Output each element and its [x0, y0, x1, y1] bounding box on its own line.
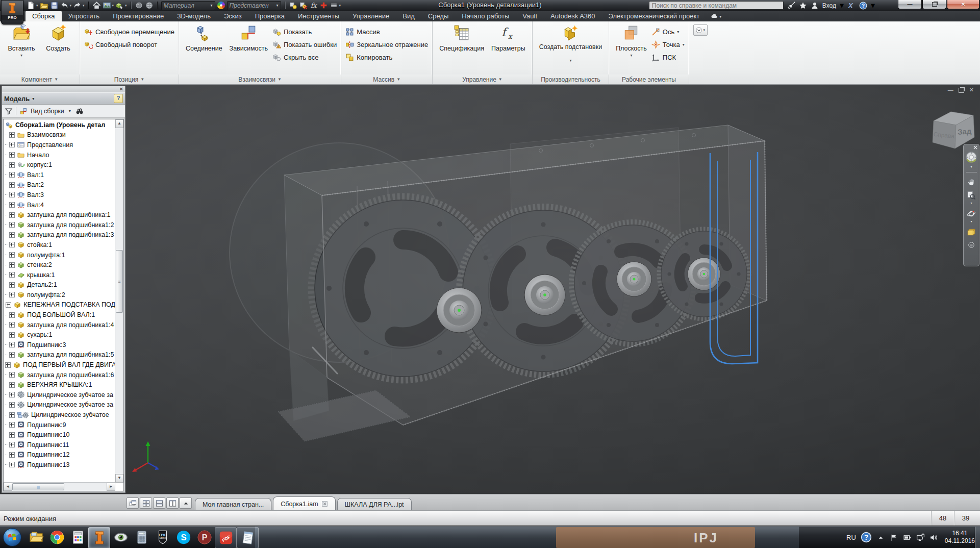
taskbar-chrome-button[interactable]: [46, 527, 67, 547]
expand-icon[interactable]: [9, 252, 15, 258]
expand-icon[interactable]: [9, 452, 15, 458]
document-tab-0[interactable]: Моя главная стран...: [195, 498, 271, 511]
tree-item-3[interactable]: Начало: [4, 150, 115, 160]
filter-icon[interactable]: [5, 107, 13, 115]
new-file-icon[interactable]: [27, 1, 35, 10]
scroll-right-icon[interactable]: ►: [107, 483, 115, 491]
restore-button[interactable]: [922, 0, 946, 9]
minimize-button[interactable]: —: [898, 0, 922, 9]
taskbar-notepad-button[interactable]: [237, 527, 259, 548]
tab-manage[interactable]: Управление: [346, 11, 396, 21]
panel-label-component[interactable]: Компонент▼: [0, 74, 80, 84]
axis-caret-icon[interactable]: ▾: [677, 30, 679, 34]
taskbar-clock[interactable]: 16:41 04.11.2016: [945, 530, 975, 545]
tree-item-7[interactable]: Вал:3: [4, 190, 115, 200]
orbit-icon[interactable]: [967, 209, 976, 218]
tab-design[interactable]: Проектирование: [106, 11, 170, 21]
pan-icon[interactable]: [967, 177, 976, 186]
tree-item-31[interactable]: Подшипник:10: [4, 430, 115, 440]
action-flag-icon[interactable]: [890, 533, 898, 542]
home-icon[interactable]: [92, 1, 101, 10]
expand-icon[interactable]: [9, 402, 15, 408]
point-caret-icon[interactable]: ▾: [683, 42, 685, 47]
doc-close-button[interactable]: ✕: [969, 87, 974, 93]
tab-a360[interactable]: Autodesk A360: [544, 11, 601, 21]
taskbar-p-app-button[interactable]: P: [194, 527, 215, 547]
tree-item-8[interactable]: Вал:4: [4, 200, 115, 210]
expand-icon[interactable]: [9, 242, 15, 247]
language-indicator[interactable]: RU: [846, 534, 856, 541]
render-image-caret-icon[interactable]: ▾: [112, 4, 114, 8]
star-icon[interactable]: [799, 2, 807, 10]
expand-icon[interactable]: [9, 462, 15, 467]
hide-all-button[interactable]: Скрыть все: [272, 53, 337, 62]
panel-caret-icon[interactable]: ▼: [396, 77, 400, 82]
horizontal-scroll-thumb[interactable]: [12, 483, 64, 490]
tree-item-26[interactable]: ВЕРХНЯЯ КРЫШКА:1: [4, 380, 115, 390]
undo-caret-icon[interactable]: ▾: [70, 4, 72, 8]
network-display-icon[interactable]: [916, 533, 925, 542]
help-caret-icon[interactable]: ▾: [871, 1, 875, 10]
tree-item-9[interactable]: заглушка для подшибника:1: [4, 210, 115, 220]
view-selector-caret-icon[interactable]: ▾: [69, 109, 71, 113]
tray-help-icon[interactable]: ?: [861, 532, 872, 543]
taskbar-eye-viewer-button[interactable]: [110, 527, 131, 547]
tile-grid-button[interactable]: [140, 497, 152, 509]
tree-item-0[interactable]: Сборка1.iam (Уровень детал: [4, 120, 115, 130]
representation-combo[interactable]: Представлен▾: [227, 1, 281, 10]
tree-item-17[interactable]: полумуфта:2: [4, 290, 115, 300]
shrinkwrap-caret-icon[interactable]: ▾: [569, 58, 571, 63]
expand-icon[interactable]: [9, 292, 15, 297]
tree-item-27[interactable]: Цилиндрическое зубчатое за: [4, 390, 115, 400]
browser-help-button[interactable]: ?: [114, 94, 123, 103]
browser-title-caret-icon[interactable]: ▾: [32, 96, 114, 101]
tree-item-10[interactable]: заглушка для подшибника1:2: [4, 220, 115, 230]
look-at-icon[interactable]: [967, 228, 976, 237]
tab-environments[interactable]: Среды: [421, 11, 456, 21]
collapse-bars-icon[interactable]: [330, 1, 338, 10]
signin-caret-icon[interactable]: ▾: [840, 1, 844, 10]
redo-icon[interactable]: [73, 1, 82, 10]
scroll-up-icon[interactable]: ▲: [115, 119, 123, 128]
combo-caret-icon[interactable]: ▾: [211, 3, 213, 8]
tree-item-29[interactable]: Цилиндрическое зубчатое: [4, 410, 115, 420]
volume-icon[interactable]: [929, 533, 938, 542]
sign-in-button[interactable]: Вход: [822, 2, 836, 9]
expand-icon[interactable]: [9, 262, 15, 268]
expand-icon[interactable]: [9, 392, 15, 397]
appearance-fill-icon[interactable]: [115, 1, 124, 10]
battery-icon[interactable]: [903, 533, 912, 542]
ribbon-collapse-button[interactable]: ▾: [693, 24, 708, 36]
expand-icon[interactable]: [9, 202, 15, 208]
expand-icon[interactable]: [9, 312, 15, 318]
panel-caret-icon[interactable]: ▼: [498, 77, 502, 82]
expand-icon[interactable]: [9, 152, 15, 158]
parameters-fx-icon[interactable]: fx: [309, 1, 318, 10]
vertical-scroll-thumb[interactable]: [116, 250, 123, 313]
help-icon[interactable]: ?: [859, 2, 867, 10]
exchange-x-icon[interactable]: X: [847, 2, 856, 10]
ribbon-overflow-button[interactable]: ▾: [706, 13, 725, 21]
tab-assemble[interactable]: Сборка: [26, 11, 62, 21]
expand-icon[interactable]: [9, 282, 15, 288]
taskbar-doc-manager-button[interactable]: [67, 527, 88, 547]
expand-icon[interactable]: [9, 172, 15, 178]
tree-item-32[interactable]: Подшипник:11: [4, 440, 115, 450]
tree-item-23[interactable]: заглушка для подшибника1:5: [4, 350, 115, 360]
tree-item-30[interactable]: Подшипник:9: [4, 420, 115, 430]
mirror-button[interactable]: Зеркальное отражение: [345, 40, 428, 49]
view-selector[interactable]: Вид сборки: [31, 108, 64, 115]
expand-icon[interactable]: [9, 342, 15, 347]
render-image-icon[interactable]: [103, 1, 111, 10]
panel-caret-icon[interactable]: ▼: [140, 77, 144, 82]
tree-item-16[interactable]: Деталь2:1: [4, 280, 115, 290]
tree-item-2[interactable]: Представления: [4, 140, 115, 150]
expand-icon[interactable]: [9, 322, 15, 328]
satellite-icon[interactable]: [787, 2, 795, 10]
expand-icon[interactable]: [9, 132, 15, 138]
close-button[interactable]: ✕: [947, 0, 979, 9]
tab-tools[interactable]: Инструменты: [291, 11, 346, 21]
orbit-caret-icon[interactable]: ▾: [970, 219, 972, 223]
plane-button[interactable]: Плоскость▾: [613, 23, 649, 74]
shrinkwrap-button[interactable]: Создать подстановки▾: [537, 23, 605, 74]
